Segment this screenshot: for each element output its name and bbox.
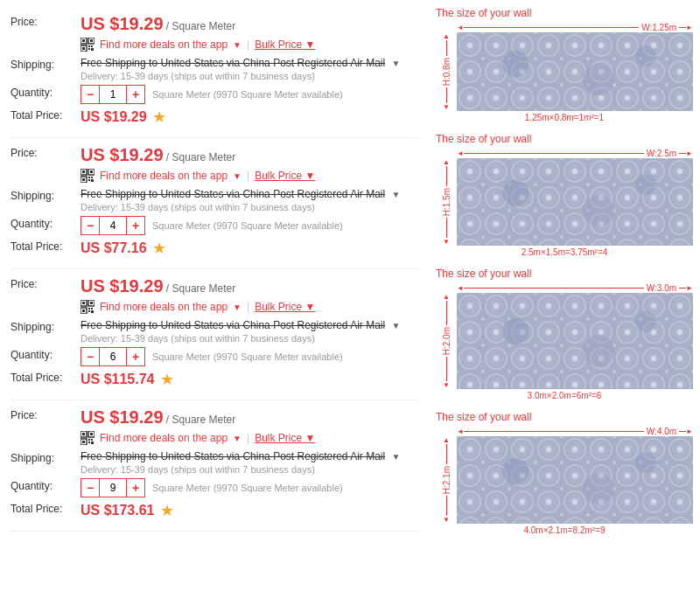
quantity-row-2: Quantity: − + Square Meter (9970 Square … — [10, 216, 418, 235]
shipping-label: Shipping: — [10, 319, 80, 333]
bulk-price-link[interactable]: Bulk Price ▼ — [255, 38, 315, 51]
qty-plus-btn[interactable]: + — [126, 85, 145, 104]
shipping-value: Free Shipping to United States via China… — [80, 57, 400, 69]
svg-rect-38 — [88, 442, 90, 443]
quantity-row-4: Quantity: − + Square Meter (9970 Square … — [10, 478, 418, 497]
quantity-label: Quantity: — [10, 85, 80, 99]
price-value: US $19.29 — [80, 14, 164, 33]
wall-block-4: The size of your wall ◄ W:4.0m ► ▲ H:2.1… — [436, 411, 693, 537]
arrow-right-3: ► — [686, 284, 693, 292]
svg-rect-15 — [82, 178, 85, 181]
arrow-up-3: ▲ — [443, 293, 450, 301]
favorite-star-icon[interactable]: ★ — [160, 501, 174, 520]
arrow-right-4: ► — [686, 428, 693, 435]
qr-icon — [80, 38, 94, 52]
svg-rect-23 — [90, 302, 93, 304]
favorite-star-icon[interactable]: ★ — [160, 370, 174, 389]
bulk-price-link[interactable]: Bulk Price ▼ — [255, 301, 315, 313]
wall-formula-3: 3.0m×2.0m=6m²=6 — [436, 389, 693, 402]
quantity-label: Quantity: — [10, 478, 80, 492]
price-label: Price: — [10, 14, 80, 28]
qty-minus-btn[interactable]: − — [80, 85, 100, 104]
shipping-dropdown-arrow[interactable]: ▼ — [392, 190, 401, 199]
qty-plus-btn[interactable]: + — [126, 478, 145, 497]
quantity-row-3: Quantity: − + Square Meter (9970 Square … — [10, 347, 418, 366]
width-label-1: W:1.25m — [639, 23, 679, 32]
price-unit: / Square Meter — [166, 151, 235, 163]
app-link[interactable]: Find more deals on the app — [100, 38, 228, 51]
qty-available: Square Meter (9970 Square Meter availabl… — [152, 483, 343, 493]
svg-rect-35 — [82, 441, 85, 443]
arrow-right-2: ► — [686, 150, 693, 157]
svg-rect-18 — [88, 179, 90, 181]
wall-formula-1: 1.25m×0.8m=1m²=1 — [436, 111, 693, 124]
total-price-value: US $19.29 — [80, 109, 147, 125]
qty-minus-btn[interactable]: − — [80, 216, 100, 235]
qty-minus-btn[interactable]: − — [80, 347, 100, 366]
shipping-value: Free Shipping to United States via China… — [80, 450, 400, 462]
qty-input[interactable] — [100, 85, 126, 104]
delivery-text: Delivery: 15-39 days (ships out within 7… — [80, 333, 400, 344]
app-link[interactable]: Find more deals on the app — [100, 301, 228, 313]
svg-rect-21 — [82, 302, 85, 304]
svg-rect-27 — [91, 308, 93, 309]
total-price-label: Total Price: — [10, 239, 80, 253]
quantity-label: Quantity: — [10, 347, 80, 361]
svg-point-69 — [503, 180, 529, 206]
height-label-4: H:2.1m — [442, 464, 452, 496]
svg-rect-39 — [91, 442, 94, 444]
arrow-down-1: ▼ — [443, 103, 450, 111]
quantity-row-1: Quantity: − + Square Meter (9970 Square … — [10, 85, 418, 104]
price-unit: / Square Meter — [166, 282, 235, 295]
qty-plus-btn[interactable]: + — [126, 216, 145, 235]
favorite-star-icon[interactable]: ★ — [152, 108, 166, 127]
arrow-up-1: ▲ — [443, 32, 450, 40]
app-dropdown-arrow[interactable]: ▼ — [233, 434, 242, 443]
arrow-down-2: ▼ — [443, 238, 450, 246]
wall-block-3: The size of your wall ◄ W:3.0m ► ▲ H:2.0… — [436, 268, 693, 402]
svg-point-103 — [635, 452, 656, 473]
product-section-2: Price: US $19.29 / Square Meter — [10, 138, 418, 269]
shipping-row-3: Shipping: Free Shipping to United States… — [10, 319, 418, 344]
arrow-up-4: ▲ — [443, 436, 450, 444]
product-section-1: Price: US $19.29 / Square Meter — [10, 7, 418, 138]
total-price-label: Total Price: — [10, 501, 80, 515]
bulk-price-link[interactable]: Bulk Price ▼ — [255, 432, 315, 444]
quantity-control: − + — [80, 347, 145, 366]
total-price-label: Total Price: — [10, 108, 80, 122]
svg-point-101 — [503, 458, 529, 484]
shipping-dropdown-arrow[interactable]: ▼ — [392, 59, 401, 68]
svg-rect-11 — [82, 170, 85, 173]
width-label-3: W:3.0m — [644, 283, 679, 293]
qty-input[interactable] — [100, 216, 126, 235]
app-link[interactable]: Find more deals on the app — [100, 432, 228, 444]
svg-rect-28 — [88, 310, 90, 312]
price-row-2: Price: US $19.29 / Square Meter — [10, 145, 418, 165]
price-row-3: Price: US $19.29 / Square Meter — [10, 276, 418, 296]
wall-image-2 — [457, 158, 693, 246]
app-dropdown-arrow[interactable]: ▼ — [233, 40, 242, 50]
arrow-left-1: ◄ — [457, 24, 464, 31]
wall-title-1: The size of your wall — [436, 7, 693, 19]
app-dropdown-arrow[interactable]: ▼ — [233, 303, 242, 312]
bulk-price-link[interactable]: Bulk Price ▼ — [255, 170, 315, 182]
qty-minus-btn[interactable]: − — [80, 478, 100, 497]
qty-available: Square Meter (9970 Square Meter availabl… — [152, 89, 343, 100]
wall-image-1 — [457, 32, 693, 111]
total-price-row-3: Total Price: US $115.74 ★ — [10, 370, 418, 389]
svg-rect-3 — [90, 39, 93, 42]
shipping-dropdown-arrow[interactable]: ▼ — [392, 321, 401, 330]
favorite-star-icon[interactable]: ★ — [152, 239, 166, 258]
app-link[interactable]: Find more deals on the app — [100, 170, 228, 182]
total-price-row-2: Total Price: US $77.16 ★ — [10, 239, 418, 258]
qty-plus-btn[interactable]: + — [126, 347, 145, 366]
height-label-1: H:0.8m — [442, 56, 452, 87]
svg-rect-26 — [88, 308, 90, 309]
delivery-text: Delivery: 15-39 days (ships out within 7… — [80, 71, 400, 81]
delivery-text: Delivery: 15-39 days (ships out within 7… — [80, 202, 400, 212]
qty-input[interactable] — [100, 347, 126, 366]
qty-input[interactable] — [100, 478, 126, 497]
svg-rect-100 — [457, 436, 693, 524]
shipping-dropdown-arrow[interactable]: ▼ — [392, 452, 401, 462]
app-dropdown-arrow[interactable]: ▼ — [233, 171, 242, 181]
